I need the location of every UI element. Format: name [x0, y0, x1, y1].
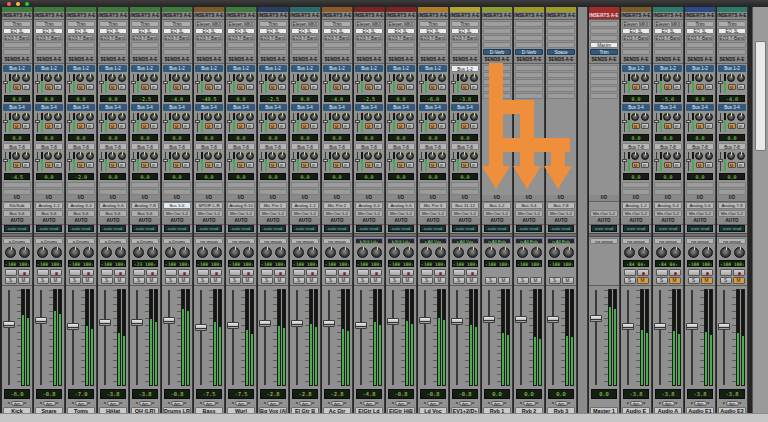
- send-mute-button[interactable]: M: [141, 123, 149, 129]
- send-mute-button[interactable]: M: [696, 123, 704, 129]
- send-pan-knob[interactable]: [406, 113, 414, 121]
- send-mini-fader[interactable]: [163, 73, 171, 94]
- solo-button[interactable]: S: [453, 277, 465, 284]
- send-pre-button[interactable]: P: [342, 162, 350, 168]
- insert-slot[interactable]: EQ 3L: [3, 28, 31, 34]
- send-pre-button[interactable]: P: [150, 123, 158, 129]
- send-pan-knob[interactable]: [214, 152, 222, 160]
- send-slot-empty[interactable]: [131, 182, 159, 188]
- send-pre-button[interactable]: P: [641, 84, 649, 90]
- send-assignment[interactable]: Bus 3-4: [419, 104, 447, 111]
- send-pan-knob[interactable]: [140, 113, 148, 121]
- send-pan-knob[interactable]: [86, 74, 94, 82]
- send-level-display[interactable]: 0.0: [719, 134, 745, 141]
- send-assignment[interactable]: Bus 3-4: [67, 104, 95, 111]
- send-pan-knob[interactable]: [182, 74, 190, 82]
- send-assignment[interactable]: Bus 7-8: [99, 143, 127, 150]
- output-selector[interactable]: Mn Out 1-2: [483, 210, 511, 217]
- send-pan-knob[interactable]: [86, 152, 94, 160]
- send-mute-button[interactable]: M: [333, 123, 341, 129]
- send-pan-knob[interactable]: [172, 152, 180, 160]
- pan-knob-left[interactable]: [688, 247, 699, 258]
- send-pan-knob[interactable]: [705, 113, 713, 121]
- record-enable-button[interactable]: [50, 269, 62, 276]
- group-selector[interactable]: no group: [686, 238, 714, 244]
- insert-slot[interactable]: D-Verb: [515, 49, 543, 55]
- record-enable-button[interactable]: [146, 269, 158, 276]
- pan-knob-right[interactable]: [702, 247, 713, 258]
- pan-display[interactable]: ‹100 100›: [196, 260, 222, 267]
- output-selector[interactable]: Mn Out 1-2: [419, 210, 447, 217]
- send-level-display[interactable]: 0.0: [36, 173, 62, 180]
- pan-knob-left[interactable]: [261, 247, 272, 258]
- send-pan-knob[interactable]: [76, 152, 84, 160]
- insert-slot-empty[interactable]: [622, 49, 650, 55]
- send-mini-fader[interactable]: [195, 151, 203, 172]
- send-mini-fader[interactable]: [291, 151, 299, 172]
- send-mini-fader[interactable]: [99, 112, 107, 133]
- mute-button[interactable]: M: [82, 277, 94, 284]
- send-slot-empty[interactable]: [227, 182, 255, 188]
- mute-button[interactable]: M: [146, 277, 158, 284]
- prev-icon[interactable]: ◂: [487, 399, 489, 407]
- group-selector[interactable]: n All Rvb: [515, 238, 543, 244]
- pan-knob-right[interactable]: [179, 247, 190, 258]
- dyn-button[interactable]: dyn: [491, 401, 504, 406]
- send-pre-button[interactable]: P: [705, 84, 713, 90]
- pan-knob-right[interactable]: [339, 247, 350, 258]
- solo-button[interactable]: S: [293, 277, 305, 284]
- send-pan-knob[interactable]: [342, 113, 350, 121]
- pan-display[interactable]: ‹100 100›: [4, 260, 30, 267]
- pan-knob-left[interactable]: [293, 247, 304, 258]
- send-pre-button[interactable]: P: [737, 123, 745, 129]
- send-pan-knob[interactable]: [727, 152, 735, 160]
- send-mini-fader[interactable]: [35, 151, 43, 172]
- fader-cap[interactable]: [291, 320, 303, 327]
- send-level-display[interactable]: 0.0: [687, 134, 713, 141]
- insert-slot[interactable]: Trim: [686, 21, 714, 27]
- send-pan-knob[interactable]: [663, 74, 671, 82]
- send-mini-fader[interactable]: [259, 151, 267, 172]
- send-assignment[interactable]: Bus 1-2: [291, 65, 319, 72]
- send-assignment[interactable]: Bus 3-4: [451, 104, 479, 111]
- send-slot-empty[interactable]: [387, 182, 415, 188]
- input-selector[interactable]: Analog 3-4: [355, 202, 383, 209]
- record-enable-button[interactable]: [701, 269, 713, 276]
- automation-mode[interactable]: auto read: [548, 225, 574, 232]
- send-mute-button[interactable]: M: [109, 162, 117, 168]
- input-monitor-button[interactable]: [656, 269, 668, 276]
- insert-slot-empty[interactable]: [547, 42, 575, 48]
- send-pan-knob[interactable]: [631, 152, 639, 160]
- insert-slot-empty[interactable]: [515, 28, 543, 34]
- send-pan-knob[interactable]: [663, 152, 671, 160]
- send-slot-empty[interactable]: [67, 182, 95, 188]
- insert-slot-empty[interactable]: [163, 42, 191, 48]
- automation-mode[interactable]: auto read: [260, 225, 286, 232]
- mute-button[interactable]: M: [402, 277, 414, 284]
- send-slot-empty[interactable]: [590, 72, 618, 78]
- pan-display[interactable]: ‹100 100›: [548, 260, 574, 267]
- fader-cap[interactable]: [35, 317, 47, 324]
- fader-cap[interactable]: [483, 316, 495, 323]
- send-pan-knob[interactable]: [76, 74, 84, 82]
- next-icon[interactable]: ▸: [57, 399, 59, 407]
- pan-knob-left[interactable]: [325, 247, 336, 258]
- send-assignment[interactable]: Bus 3-4: [3, 104, 31, 111]
- automation-mode[interactable]: auto read: [196, 225, 222, 232]
- insert-slot-empty[interactable]: [227, 49, 255, 55]
- send-slot-empty[interactable]: [515, 93, 543, 99]
- send-pan-knob[interactable]: [214, 113, 222, 121]
- send-slot-empty[interactable]: [622, 182, 650, 188]
- insert-slot-empty[interactable]: [718, 49, 746, 55]
- send-mini-fader[interactable]: [355, 73, 363, 94]
- dyn-button[interactable]: dyn: [459, 401, 472, 406]
- send-pan-knob[interactable]: [150, 74, 158, 82]
- dyn-button[interactable]: dyn: [363, 401, 376, 406]
- mute-button[interactable]: M: [338, 277, 350, 284]
- send-slot-empty[interactable]: [547, 79, 575, 85]
- next-icon[interactable]: ▸: [185, 399, 187, 407]
- pan-knob-right[interactable]: [638, 247, 649, 258]
- automation-mode[interactable]: auto read: [420, 225, 446, 232]
- automation-mode[interactable]: auto read: [356, 225, 382, 232]
- group-selector[interactable]: a Drums: [3, 238, 31, 244]
